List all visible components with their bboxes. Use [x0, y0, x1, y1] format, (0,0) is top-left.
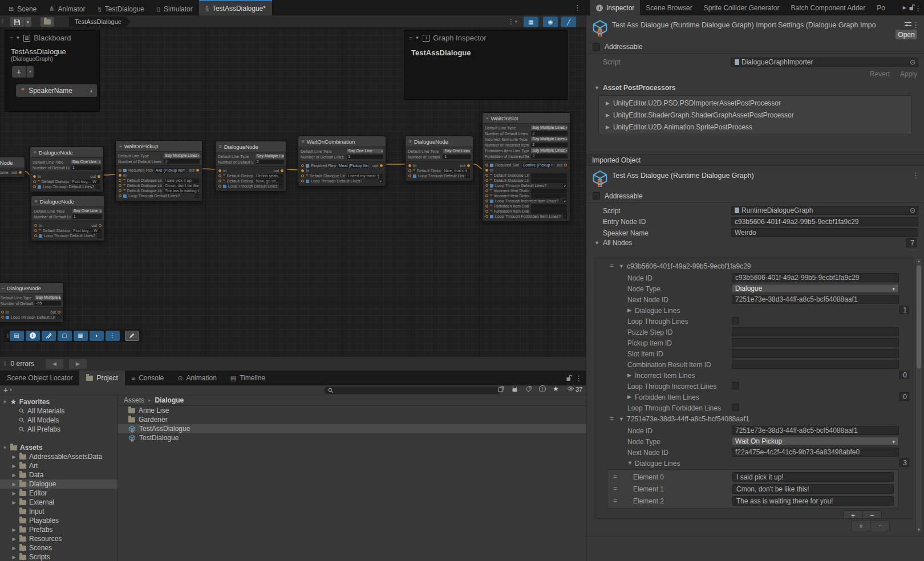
next-error-button[interactable]: ▶ [69, 359, 87, 369]
input-port[interactable] [218, 169, 221, 172]
line-port[interactable] [485, 205, 488, 208]
tree-item-all-prefabs[interactable]: All Prefabs [0, 425, 117, 434]
graph-inspector-panel[interactable]: = ▼ i Graph Inspector TestAssDialogue [404, 30, 568, 100]
output-port[interactable] [564, 164, 567, 166]
forbidden-item-lines-count-field[interactable]: 0 [899, 392, 909, 401]
lock-icon[interactable] [566, 375, 572, 381]
node-title-bar[interactable]: ≡DialogueNode [31, 196, 104, 206]
tree-item-scripts[interactable]: ▶Scripts [0, 552, 117, 561]
dialogue-line-field[interactable]: Cmon, don't be like this! [164, 184, 199, 188]
graph-node-waitonpickup[interactable]: ≡WaitOnPickupDefault Line TypeSay Multip… [115, 140, 202, 201]
tab-timeline[interactable]: ▤Timeline [224, 371, 272, 385]
tree-item-art[interactable]: ▶Art [0, 461, 117, 470]
tab-project[interactable]: Project [79, 371, 124, 385]
slot-item-id-field[interactable] [732, 349, 899, 358]
dialogue-line-field[interactable] [531, 178, 567, 183]
scrollbar-thumb[interactable] [917, 266, 921, 368]
dialogue-line-field[interactable] [531, 209, 567, 214]
presets-icon[interactable] [905, 21, 911, 27]
tree-item-input[interactable]: Input [0, 507, 117, 516]
loop-checkbox[interactable] [98, 234, 102, 238]
dialogue-line-field[interactable]: Psst boy,... W [72, 229, 102, 233]
property-field[interactable]: 2 [531, 131, 568, 136]
node-title-bar[interactable]: ≡DialogueNode [0, 283, 63, 293]
add-element-button[interactable]: + [852, 521, 870, 531]
blackboard-header[interactable]: = ▼ ▥ Blackboard [5, 31, 99, 45]
dialogue-line-field[interactable] [531, 194, 567, 198]
loop-checkbox[interactable] [466, 174, 470, 178]
property-field[interactable]: 2 [531, 143, 568, 147]
line-port[interactable] [485, 210, 488, 213]
tree-item-favorites[interactable]: ▼★Favorites [0, 397, 117, 406]
next-node-id-field[interactable]: 7251e73e-38d3-44ff-a8c5-bcf54088aaf1 [732, 295, 899, 304]
dialogue-line-field[interactable]: I need my meat :) [347, 174, 383, 178]
breadcrumb-assets[interactable]: Assets [124, 396, 144, 404]
breadcrumb-dialogue[interactable]: Dialogue [155, 396, 184, 404]
collapse-chevron-icon[interactable]: ‹ [90, 87, 92, 94]
drag-handle-icon[interactable]: = [610, 414, 613, 422]
element-2-field[interactable]: The ass is waiting there for you! [732, 496, 894, 506]
dialogue-line-field[interactable]: The ass is waiting there for y [164, 189, 199, 193]
output-port[interactable] [380, 164, 383, 167]
dialogue-line-field[interactable]: I said pick it up! [164, 178, 199, 183]
property-dropdown[interactable]: Say Multiple Lines [35, 295, 61, 300]
output-port[interactable] [98, 175, 100, 178]
minimap-button[interactable]: ▦ [74, 331, 88, 341]
script-field[interactable]: DialogueGraphImporter⊙ [731, 58, 918, 67]
remove-element-button[interactable]: − [870, 521, 889, 531]
tree-item-external[interactable]: ▶External [0, 498, 117, 507]
object-field[interactable]: Meat (Pickup Item Data) [338, 164, 368, 168]
next-node-id-field[interactable]: f22a475e-4c2f-41c6-9b73-6a83498abfe0 [732, 448, 899, 457]
postprocessor-item[interactable]: ▶UnityEditor.U2D.PSD.PSDImporterAssetPos… [599, 97, 911, 109]
inspector-tab-scene-browser[interactable]: Scene Browser [640, 0, 698, 15]
loop-checkbox[interactable]: ✓ [563, 184, 567, 188]
property-field[interactable]: 1 [71, 165, 101, 170]
line-port[interactable] [485, 174, 488, 177]
search-favorites-icon[interactable]: ★ [553, 385, 559, 393]
line-port[interactable] [485, 200, 488, 202]
line-port[interactable] [301, 174, 304, 177]
line-port[interactable] [119, 189, 121, 192]
dialogue-line-field[interactable] [531, 189, 567, 193]
property-dropdown[interactable]: Say Multiple Lines [531, 148, 568, 153]
kebab-icon[interactable]: ⋮ [912, 21, 919, 29]
graph-options-icon[interactable]: ⋮ [508, 18, 514, 26]
line-port[interactable] [485, 194, 488, 197]
property-field[interactable]: 2 [531, 154, 568, 158]
scroll-down-icon[interactable]: ▼ [916, 528, 922, 531]
remove-element-button[interactable]: − [862, 511, 881, 519]
property-field[interactable]: 1 [72, 214, 102, 219]
output-port[interactable] [19, 171, 22, 174]
blackboard-panel[interactable]: = ▼ ▥ Blackboard TestAssDialogue (Dialog… [5, 30, 100, 112]
node-id-field[interactable]: 7251e73e-38d3-44ff-a8c5-bcf54088aaf1 [732, 426, 899, 435]
input-port[interactable] [301, 169, 304, 172]
loop-through-forbidden-lines-checkbox[interactable] [732, 404, 739, 411]
caret-down-icon[interactable]: ▼ [627, 460, 633, 466]
caret-right-icon[interactable]: ▶ [627, 394, 631, 400]
pickup-item-id-field[interactable] [732, 338, 899, 347]
toolbar-drag-handle[interactable]: ‖ [1, 18, 3, 25]
property-dropdown[interactable]: Say One Line [71, 160, 101, 164]
file-item-anne-lise[interactable]: Anne Lise [118, 406, 586, 415]
dialogue-line-field[interactable]: Now, go on,... [255, 179, 283, 184]
visibility-eye-icon[interactable] [567, 386, 574, 391]
dialogue-graph-canvas[interactable]: = ▼ ▥ Blackboard TestAssDialogue (Dialog… [0, 28, 586, 356]
dialogue-line-field[interactable] [531, 204, 567, 209]
graph-node-waitoncombination[interactable]: ≡WaitOnCombinationDefault Line TypeSay O… [298, 136, 386, 186]
property-dropdown[interactable]: Say Multiple Lines [531, 125, 568, 130]
blackboard-field-speakername[interactable]: " SpeakerName ‹ [16, 84, 97, 97]
inspector-tab-sprite-collider-generator[interactable]: Sprite Collider Generator [698, 0, 785, 15]
revert-button[interactable]: Revert [870, 70, 890, 78]
save-button[interactable] [10, 17, 24, 27]
toggle-graph-inspector-button[interactable]: ◉ [543, 17, 558, 27]
node-id-field[interactable]: c93b5606-401f-49a2-99b5-9ecbf1fa9c29 [732, 273, 899, 282]
line-port[interactable] [33, 180, 36, 183]
loop-checkbox[interactable] [195, 194, 199, 198]
line-port[interactable] [119, 179, 121, 182]
object-picker-icon[interactable]: ⊙ [910, 58, 915, 66]
play-button[interactable]: ◗ [90, 331, 104, 341]
inspector-scrollbar[interactable]: ▲ ▼ [915, 258, 922, 533]
incorrect-item-lines-count-field[interactable]: 0 [899, 371, 909, 379]
dialogue-line-field[interactable]: Nice, that's it [443, 169, 470, 173]
object-picker-icon[interactable]: ⊙ [910, 206, 915, 214]
